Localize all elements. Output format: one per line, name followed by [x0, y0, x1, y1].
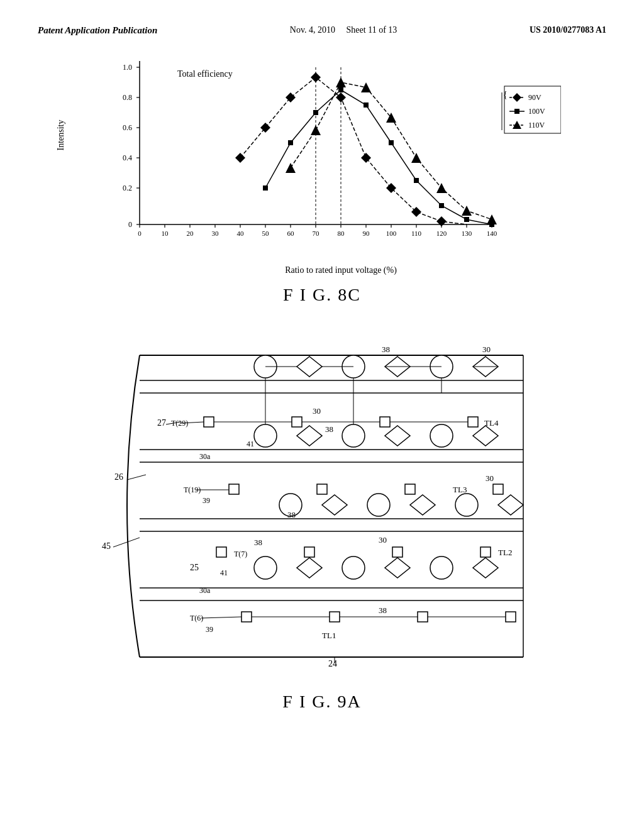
svg-rect-146 [506, 612, 516, 622]
fig8c-chart: 1.0 0.8 0.6 0.4 0.2 0 0 [102, 55, 561, 262]
fig9a-diagram: 38 30 T(29) TL4 30 41 [64, 324, 580, 682]
svg-text:90: 90 [363, 230, 370, 237]
svg-rect-135 [480, 547, 491, 557]
fig9a-label: F I G. 9A [38, 692, 606, 712]
svg-text:120: 120 [436, 230, 447, 237]
svg-point-127 [455, 494, 478, 516]
svg-rect-111 [380, 417, 390, 427]
svg-rect-122 [405, 484, 415, 494]
svg-text:140: 140 [487, 230, 497, 237]
svg-rect-55 [263, 185, 268, 191]
svg-text:50: 50 [262, 230, 270, 237]
svg-marker-130 [498, 495, 523, 515]
svg-point-113 [254, 424, 277, 447]
header-publication-title: Patent Application Publication [38, 25, 157, 36]
label-38-mid1: 38 [325, 424, 333, 434]
svg-rect-79 [514, 109, 519, 114]
svg-marker-70 [411, 153, 421, 163]
svg-rect-56 [288, 140, 293, 145]
fig8c-section: Intensity 1.0 0.8 0.6 0.4 [77, 55, 567, 275]
page: Patent Application Publication Nov. 4, 2… [0, 0, 644, 830]
svg-rect-58 [338, 87, 343, 92]
label-30a-bot: 30a [199, 586, 211, 595]
svg-rect-63 [464, 217, 469, 222]
svg-marker-67 [336, 77, 346, 87]
svg-marker-117 [385, 426, 410, 446]
label-38-top: 38 [382, 345, 390, 354]
svg-marker-140 [385, 558, 410, 578]
label-39-bot: 39 [206, 625, 213, 634]
svg-text:0.8: 0.8 [123, 93, 132, 102]
svg-rect-144 [330, 612, 340, 622]
svg-marker-49 [311, 72, 321, 82]
header-patent-number: US 2010/0277083 A1 [530, 25, 606, 35]
label-38-T7: 38 [254, 538, 262, 547]
svg-text:0: 0 [138, 230, 142, 237]
header: Patent Application Publication Nov. 4, 2… [38, 25, 606, 36]
svg-text:30: 30 [212, 230, 219, 237]
label-30-mid1: 30 [313, 406, 321, 416]
header-sheet: Sheet 11 of 13 [347, 25, 397, 35]
label-30-top: 30 [482, 345, 491, 354]
label-41-bot: 41 [220, 568, 228, 577]
svg-text:0.6: 0.6 [123, 123, 132, 132]
label-30-near-TL3: 30 [486, 473, 494, 483]
label-26: 26 [114, 472, 123, 482]
svg-marker-66 [311, 125, 321, 135]
svg-line-143 [201, 617, 242, 618]
svg-rect-142 [242, 612, 252, 622]
fig8c-label: F I G. 8C [38, 285, 606, 305]
svg-text:20: 20 [187, 230, 194, 237]
svg-rect-57 [313, 110, 318, 115]
svg-marker-46 [235, 153, 245, 163]
svg-rect-132 [216, 547, 226, 557]
svg-point-137 [342, 556, 365, 579]
label-45: 45 [102, 541, 111, 551]
svg-rect-59 [364, 102, 369, 108]
svg-marker-116 [297, 426, 322, 446]
svg-rect-121 [317, 484, 327, 494]
svg-rect-145 [418, 612, 428, 622]
label-38-mid2: 38 [287, 510, 296, 519]
svg-rect-123 [493, 484, 503, 494]
svg-point-136 [254, 556, 277, 579]
svg-text:130: 130 [462, 230, 472, 237]
svg-point-114 [342, 424, 365, 447]
svg-rect-134 [392, 547, 402, 557]
label-T7: T(7) [234, 550, 247, 558]
label-27: 27 [157, 418, 166, 428]
svg-text:100V: 100V [528, 107, 545, 116]
svg-text:110V: 110V [528, 121, 545, 130]
svg-point-138 [430, 556, 453, 579]
label-30a-mid1: 30a [199, 452, 211, 461]
svg-text:0.4: 0.4 [123, 153, 132, 162]
svg-text:0.2: 0.2 [123, 184, 132, 192]
label-TL1: TL1 [322, 631, 336, 640]
svg-text:1.0: 1.0 [123, 63, 132, 72]
label-24: 24 [328, 659, 337, 668]
svg-text:100: 100 [386, 230, 397, 237]
svg-marker-141 [473, 558, 498, 578]
svg-rect-119 [229, 484, 239, 494]
svg-rect-133 [304, 547, 314, 557]
svg-rect-62 [439, 203, 444, 208]
svg-text:60: 60 [287, 230, 295, 237]
svg-line-124 [127, 475, 146, 480]
svg-text:0: 0 [128, 220, 132, 229]
x-axis-label: Ratio to rated input voltage (%) [114, 265, 567, 275]
svg-rect-60 [389, 140, 394, 145]
svg-marker-50 [336, 92, 346, 102]
label-39-mid1: 39 [203, 496, 210, 505]
svg-marker-65 [286, 163, 296, 173]
label-41-top: 41 [247, 440, 254, 448]
label-TL3: TL3 [453, 485, 467, 494]
svg-marker-51 [361, 153, 371, 163]
header-date: Nov. 4, 2010 [290, 25, 335, 35]
y-axis-label: Intensity [56, 120, 66, 151]
svg-text:70: 70 [313, 230, 320, 237]
svg-marker-68 [361, 82, 371, 92]
svg-rect-110 [292, 417, 302, 427]
svg-text:80: 80 [338, 230, 345, 237]
fig9a-section: 38 30 T(29) TL4 30 41 [38, 324, 606, 682]
svg-text:90V: 90V [528, 93, 541, 102]
